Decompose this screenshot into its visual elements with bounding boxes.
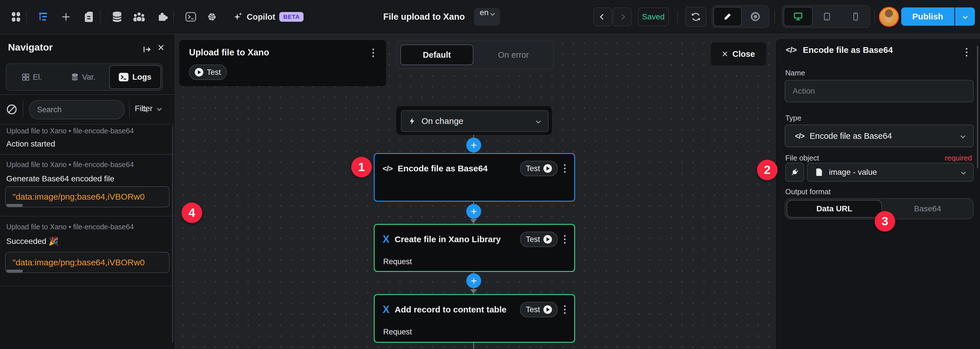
file-object-value: image - value bbox=[829, 167, 962, 177]
preview-mode-button[interactable] bbox=[742, 12, 769, 21]
tab-elements[interactable]: El. bbox=[6, 64, 58, 90]
binding-plug-button[interactable] bbox=[785, 163, 804, 182]
desktop-device-button[interactable] bbox=[784, 7, 813, 26]
search-input[interactable] bbox=[30, 105, 141, 114]
sparkle-icon bbox=[233, 12, 243, 22]
tab-logs[interactable]: Logs bbox=[109, 65, 161, 89]
node-test-button[interactable]: Test bbox=[520, 302, 558, 317]
node-test-label: Test bbox=[526, 164, 540, 173]
log-value-box[interactable]: "data:image/png;base64,iVBORw0 bbox=[5, 186, 170, 207]
chevron-down-icon bbox=[157, 106, 162, 111]
sync-button[interactable] bbox=[685, 7, 706, 27]
publish-button[interactable]: Publish bbox=[901, 8, 954, 26]
file-object-select[interactable]: image - value bbox=[807, 163, 974, 182]
logs-terminal-icon bbox=[119, 73, 129, 81]
workflow-menu-button[interactable] bbox=[371, 48, 375, 58]
filter-dropdown[interactable]: Filter bbox=[135, 104, 161, 113]
tab-variables[interactable]: Var. bbox=[58, 64, 109, 90]
save-status-badge: Saved bbox=[638, 8, 669, 26]
name-field bbox=[785, 80, 974, 102]
option-data-url[interactable]: Data URL bbox=[787, 200, 882, 218]
user-avatar[interactable] bbox=[879, 7, 899, 27]
plugins-icon[interactable] bbox=[155, 0, 171, 34]
settings-gear-icon[interactable] bbox=[204, 0, 220, 34]
inspector-title: Encode file as Base64 bbox=[803, 45, 892, 55]
play-icon bbox=[543, 305, 552, 314]
workflow-test-label: Test bbox=[207, 68, 221, 77]
node-create-file-xano[interactable]: X Create file in Xano Library Test Reque… bbox=[374, 224, 575, 272]
navigator-tabs: El. Var. Logs bbox=[6, 64, 163, 91]
navigator-tree-icon[interactable] bbox=[35, 0, 51, 34]
inspector-panel: </> Encode file as Base64 Name Type </> … bbox=[775, 38, 980, 349]
inspector-menu-button[interactable] bbox=[964, 47, 969, 58]
inspector-header: </> Encode file as Base64 bbox=[786, 45, 893, 55]
tablet-device-button[interactable] bbox=[813, 12, 841, 21]
clear-logs-icon[interactable] bbox=[6, 104, 17, 115]
apps-menu-icon[interactable] bbox=[8, 0, 24, 34]
horizontal-scrollbar[interactable] bbox=[6, 269, 23, 273]
xano-logo-icon: X bbox=[383, 304, 390, 315]
horizontal-scrollbar[interactable] bbox=[6, 204, 23, 207]
type-select[interactable]: </> Encode file as Base64 bbox=[785, 124, 974, 147]
weweb-editor: + + + Upload file to Xano Test Default O… bbox=[0, 0, 980, 349]
node-test-label: Test bbox=[526, 235, 540, 244]
pages-icon[interactable] bbox=[81, 0, 97, 34]
users-roles-icon[interactable] bbox=[131, 0, 147, 34]
dock-panel-icon[interactable] bbox=[142, 45, 151, 54]
chevron-down-icon bbox=[961, 134, 966, 139]
log-message: Generate Base64 encoded file bbox=[6, 174, 114, 183]
page-title: File upload to Xano bbox=[383, 0, 465, 34]
monitor-icon bbox=[793, 12, 803, 21]
phone-icon bbox=[851, 12, 860, 21]
play-icon bbox=[195, 68, 203, 76]
log-value: "data:image/png;base64,iVBORw0 bbox=[6, 258, 145, 267]
vertical-scrollbar[interactable] bbox=[172, 126, 173, 343]
node-encode-file-base64[interactable]: </> Encode file as Base64 Test bbox=[374, 153, 575, 202]
chevron-down-icon bbox=[961, 170, 966, 175]
tab-default[interactable]: Default bbox=[400, 45, 473, 65]
add-action-button[interactable]: + bbox=[466, 273, 481, 288]
undo-button[interactable] bbox=[593, 8, 612, 26]
code-icon: </> bbox=[383, 164, 393, 173]
tab-on-error[interactable]: On error bbox=[473, 50, 554, 60]
lightning-bolt-icon bbox=[408, 117, 416, 125]
log-value-box[interactable]: "data:image/png;base64,iVBORw0 bbox=[5, 252, 170, 273]
close-panel-icon[interactable]: × bbox=[158, 42, 164, 53]
redo-button[interactable] bbox=[613, 8, 632, 26]
close-button[interactable]: × Close bbox=[711, 42, 766, 66]
copilot-button[interactable]: Copilot BETA bbox=[233, 0, 304, 34]
name-input[interactable] bbox=[785, 86, 973, 96]
workflow-header-card: Upload file to Xano Test bbox=[179, 40, 386, 86]
workflow-test-button[interactable]: Test bbox=[189, 65, 227, 80]
add-action-button[interactable]: + bbox=[466, 204, 481, 219]
node-test-button[interactable]: Test bbox=[520, 161, 558, 176]
mobile-device-button[interactable] bbox=[841, 12, 870, 21]
log-message: Succeeded 🎉 bbox=[6, 236, 59, 246]
file-icon bbox=[816, 168, 822, 176]
vertical-scrollbar[interactable] bbox=[977, 46, 978, 169]
add-action-button[interactable]: + bbox=[466, 138, 481, 153]
option-base64[interactable]: Base64 bbox=[882, 204, 973, 214]
tablet-icon bbox=[822, 12, 831, 21]
dev-console-icon[interactable] bbox=[183, 0, 199, 34]
node-add-record[interactable]: X Add record to content table Test Reque… bbox=[374, 294, 575, 343]
edit-mode-button[interactable] bbox=[713, 7, 742, 26]
node-menu-button[interactable] bbox=[563, 234, 567, 245]
log-source: Upload file to Xano • file-encode-base64 bbox=[6, 161, 134, 169]
node-menu-button[interactable] bbox=[563, 304, 567, 315]
branch-tabs: Default On error bbox=[396, 41, 554, 69]
trigger-node: On change bbox=[396, 106, 552, 135]
node-menu-button[interactable] bbox=[563, 163, 567, 174]
edit-preview-toggle bbox=[711, 5, 769, 28]
locale-dropdown[interactable]: en bbox=[474, 8, 500, 26]
add-element-icon[interactable] bbox=[58, 0, 74, 34]
play-icon bbox=[543, 235, 552, 244]
type-value: Encode file as Base64 bbox=[810, 131, 961, 141]
node-title: Encode file as Base64 bbox=[398, 164, 515, 173]
publish-options-button[interactable] bbox=[955, 8, 975, 26]
annotation-badge-3: 3 bbox=[875, 211, 895, 232]
data-sources-icon[interactable] bbox=[109, 0, 125, 34]
node-test-button[interactable]: Test bbox=[520, 232, 558, 247]
trigger-select[interactable]: On change bbox=[401, 110, 549, 132]
node-subtitle: Request bbox=[375, 247, 574, 266]
